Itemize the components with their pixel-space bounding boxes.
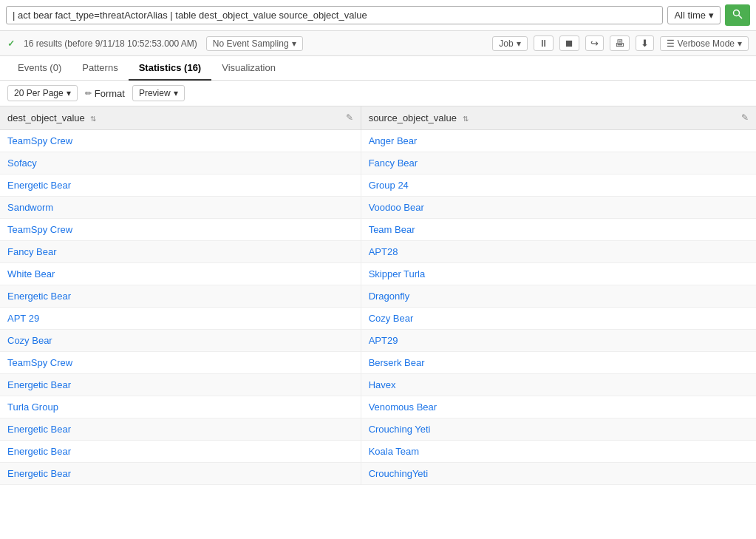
table-row: Energetic BearDragonfly bbox=[0, 285, 756, 308]
source-value-link[interactable]: CrouchingYeti bbox=[369, 468, 428, 479]
dest-value-link[interactable]: Cozy Bear bbox=[7, 335, 52, 346]
dest-value-link[interactable]: Energetic Bear bbox=[7, 468, 71, 479]
col-source-sort-icon[interactable]: ⇅ bbox=[463, 115, 469, 123]
redirect-button[interactable]: ↪ bbox=[585, 35, 604, 51]
search-input-wrapper[interactable] bbox=[6, 6, 663, 24]
results-text: 16 results (before 9/11/18 10:52:53.000 … bbox=[24, 38, 197, 49]
dest-value-link[interactable]: TeamSpy Crew bbox=[7, 357, 72, 368]
tab-statistics[interactable]: Statistics (16) bbox=[129, 56, 212, 81]
pause-button[interactable]: ⏸ bbox=[534, 35, 554, 51]
source-value-link[interactable]: Voodoo Bear bbox=[369, 202, 424, 213]
format-button[interactable]: ✏ Format bbox=[85, 88, 125, 99]
table-row: White BearSkipper Turla bbox=[0, 263, 756, 285]
svg-point-0 bbox=[734, 10, 740, 16]
job-button[interactable]: Job ▾ bbox=[492, 36, 527, 51]
dest-value-link[interactable]: Sandworm bbox=[7, 202, 53, 213]
table-row: SandwormVoodoo Bear bbox=[0, 197, 756, 219]
search-button[interactable] bbox=[725, 4, 750, 26]
dest-value-link[interactable]: Energetic Bear bbox=[7, 180, 71, 191]
tab-patterns[interactable]: Patterns bbox=[72, 56, 128, 81]
table-row: TeamSpy CrewTeam Bear bbox=[0, 219, 756, 241]
search-bar: All time ▾ bbox=[0, 0, 756, 31]
table-row: TeamSpy CrewBerserk Bear bbox=[0, 352, 756, 374]
cell-source: Cozy Bear bbox=[361, 308, 756, 330]
dest-value-link[interactable]: Turla Group bbox=[7, 401, 58, 413]
cell-source: Voodoo Bear bbox=[361, 197, 756, 219]
job-label: Job bbox=[499, 38, 513, 49]
per-page-label: 20 Per Page bbox=[14, 88, 64, 98]
svg-line-1 bbox=[739, 16, 743, 19]
results-bar: ✓ 16 results (before 9/11/18 10:52:53.00… bbox=[0, 31, 756, 56]
source-value-link[interactable]: Cozy Bear bbox=[369, 313, 414, 324]
col-header-source: source_object_value ⇅ ✎ bbox=[361, 106, 756, 130]
source-value-link[interactable]: Anger Bear bbox=[369, 135, 418, 146]
cell-dest: Energetic Bear bbox=[0, 374, 361, 396]
source-value-link[interactable]: APT29 bbox=[369, 335, 398, 346]
sampling-button[interactable]: No Event Sampling ▾ bbox=[206, 36, 303, 51]
source-value-link[interactable]: Dragonfly bbox=[369, 291, 410, 302]
table-row: Energetic BearKoala Team bbox=[0, 441, 756, 463]
dest-value-link[interactable]: TeamSpy Crew bbox=[7, 224, 72, 235]
table-row: Turla GroupVenomous Bear bbox=[0, 396, 756, 418]
dest-value-link[interactable]: Energetic Bear bbox=[7, 446, 71, 457]
verbose-mode-icon: ☰ bbox=[667, 38, 675, 49]
source-value-link[interactable]: Fancy Bear bbox=[369, 157, 418, 169]
cell-source: Venomous Bear bbox=[361, 396, 756, 418]
cell-source: Team Bear bbox=[361, 219, 756, 241]
source-value-link[interactable]: Havex bbox=[369, 379, 396, 390]
cell-dest: Energetic Bear bbox=[0, 418, 361, 441]
cell-source: Dragonfly bbox=[361, 285, 756, 308]
col-dest-edit-icon[interactable]: ✎ bbox=[346, 112, 353, 123]
cell-dest: Energetic Bear bbox=[0, 463, 361, 485]
table-row: Energetic BearCrouching Yeti bbox=[0, 418, 756, 441]
cell-dest: Fancy Bear bbox=[0, 241, 361, 263]
tab-events[interactable]: Events (0) bbox=[7, 56, 72, 81]
preview-button[interactable]: Preview ▾ bbox=[132, 85, 185, 101]
cell-dest: Turla Group bbox=[0, 396, 361, 418]
dest-value-link[interactable]: Sofacy bbox=[7, 157, 37, 169]
source-value-link[interactable]: Venomous Bear bbox=[369, 401, 437, 413]
dest-value-link[interactable]: Energetic Bear bbox=[7, 424, 71, 435]
cell-dest: Energetic Bear bbox=[0, 174, 361, 197]
verbose-mode-button[interactable]: ☰ Verbose Mode ▾ bbox=[660, 36, 749, 51]
cell-dest: Sofacy bbox=[0, 152, 361, 174]
tab-visualization[interactable]: Visualization bbox=[211, 56, 286, 81]
source-value-link[interactable]: Koala Team bbox=[369, 446, 419, 457]
table-row: SofacyFancy Bear bbox=[0, 152, 756, 174]
source-value-link[interactable]: APT28 bbox=[369, 246, 398, 257]
dest-value-link[interactable]: Energetic Bear bbox=[7, 291, 71, 302]
per-page-button[interactable]: 20 Per Page ▾ bbox=[7, 85, 78, 101]
source-value-link[interactable]: Team Bear bbox=[369, 224, 415, 235]
download-button[interactable]: ⬇ bbox=[636, 35, 654, 51]
table-row: Cozy BearAPT29 bbox=[0, 330, 756, 352]
verbose-mode-chevron: ▾ bbox=[738, 38, 742, 49]
search-input[interactable] bbox=[13, 10, 656, 21]
col-dest-sort-icon[interactable]: ⇅ bbox=[90, 115, 96, 123]
time-filter-button[interactable]: All time ▾ bbox=[667, 6, 721, 24]
source-value-link[interactable]: Skipper Turla bbox=[369, 268, 426, 279]
pencil-icon: ✏ bbox=[85, 89, 92, 98]
results-right-actions: Job ▾ ⏸ ⏹ ↪ 🖶 ⬇ ☰ Verbose Mode ▾ bbox=[492, 35, 749, 51]
cell-source: Havex bbox=[361, 374, 756, 396]
dest-value-link[interactable]: TeamSpy Crew bbox=[7, 135, 72, 146]
cell-source: Berserk Bear bbox=[361, 352, 756, 374]
source-value-link[interactable]: Group 24 bbox=[369, 180, 409, 191]
dest-value-link[interactable]: Energetic Bear bbox=[7, 379, 71, 390]
table-row: Energetic BearHavex bbox=[0, 374, 756, 396]
dest-value-link[interactable]: APT 29 bbox=[7, 313, 39, 324]
print-button[interactable]: 🖶 bbox=[610, 35, 630, 51]
tabs-bar: Events (0) Patterns Statistics (16) Visu… bbox=[0, 56, 756, 81]
col-source-edit-icon[interactable]: ✎ bbox=[741, 112, 749, 123]
table-toolbar: 20 Per Page ▾ ✏ Format Preview ▾ bbox=[0, 81, 756, 106]
results-table: dest_object_value ⇅ ✎ source_object_valu… bbox=[0, 106, 756, 485]
dest-value-link[interactable]: Fancy Bear bbox=[7, 246, 56, 257]
source-value-link[interactable]: Berserk Bear bbox=[369, 357, 425, 368]
stop-button[interactable]: ⏹ bbox=[559, 35, 579, 51]
cell-source: Skipper Turla bbox=[361, 263, 756, 285]
source-value-link[interactable]: Crouching Yeti bbox=[369, 424, 431, 435]
table-row: APT 29Cozy Bear bbox=[0, 308, 756, 330]
col-source-label: source_object_value bbox=[369, 112, 457, 123]
dest-value-link[interactable]: White Bear bbox=[7, 268, 55, 279]
format-label: Format bbox=[95, 88, 125, 99]
cell-dest: TeamSpy Crew bbox=[0, 352, 361, 374]
